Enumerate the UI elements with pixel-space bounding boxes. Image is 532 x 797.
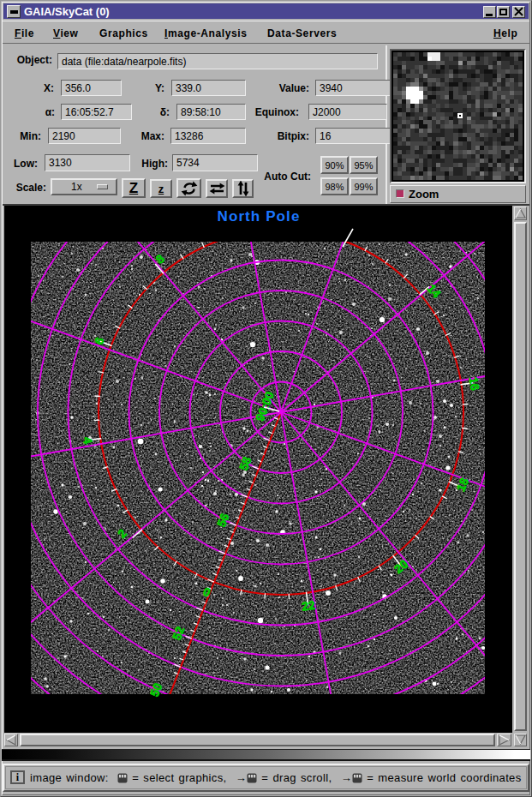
svg-text:22: 22 xyxy=(301,598,316,614)
svg-text:16: 16 xyxy=(467,376,482,392)
